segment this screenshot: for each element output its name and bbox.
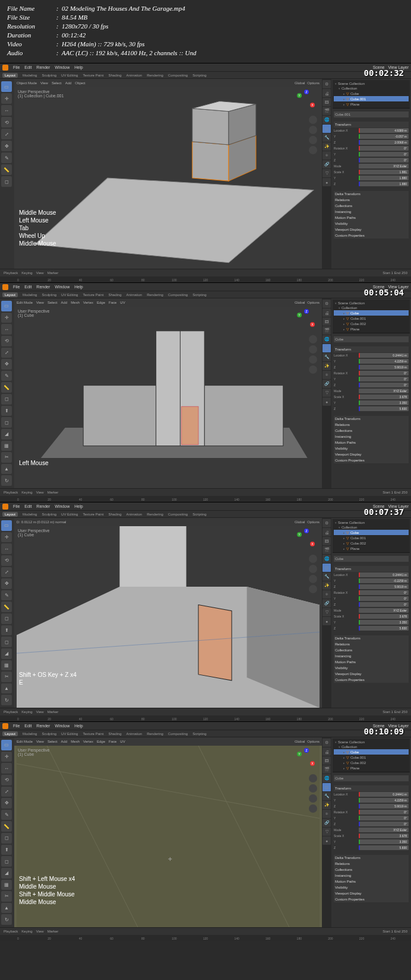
gizmo-y-icon[interactable]: Y [297, 313, 302, 317]
tool-extrude-icon[interactable]: ⬆ [1, 625, 12, 636]
constraint-tab-icon[interactable]: 🔗 [323, 380, 331, 388]
perspective-toggle-icon[interactable] [309, 585, 317, 593]
section-delta[interactable]: Delta Transform [334, 635, 409, 641]
rot-x-field[interactable]: 0° [359, 590, 409, 595]
scale-y-field[interactable]: 3.350 [359, 400, 409, 405]
particle-tab-icon[interactable]: ✨ [323, 801, 331, 809]
gizmo-x-icon[interactable]: X [310, 103, 315, 107]
section-custom[interactable]: Custom Properties [334, 457, 409, 463]
nav-gizmo[interactable]: X Y Z [293, 748, 317, 772]
scale-z-field[interactable]: 5.830 [359, 626, 409, 631]
tl-marker[interactable]: Marker [48, 491, 59, 494]
loc-x-field[interactable]: 0.24441 m [359, 792, 409, 797]
workspace-modeling[interactable]: Modeling [23, 732, 37, 736]
scale-y-field[interactable]: 3.350 [359, 620, 409, 625]
tool-measure-icon[interactable]: 📏 [1, 602, 12, 612]
workspace-compositing[interactable]: Compositing [168, 513, 188, 516]
outliner[interactable]: ▾Scene Collection ▾Collection ▸▽Cube ▸▽C… [333, 739, 410, 772]
tool-rotate-icon[interactable]: ⟲ [1, 775, 12, 785]
tl-start-field[interactable]: 1 [391, 710, 393, 714]
outliner-scene-collection[interactable]: ▾Scene Collection [334, 301, 409, 306]
tool-polybuild-icon[interactable]: ▲ [1, 903, 12, 914]
outliner-collection[interactable]: ▾Collection [334, 525, 409, 530]
world-tab-icon[interactable]: 🌐 [323, 116, 331, 124]
menu-edit[interactable]: Edit [24, 285, 31, 289]
workspace-rendering[interactable]: Rendering [147, 293, 163, 297]
tool-polybuild-icon[interactable]: ▲ [1, 464, 12, 475]
tool-scale-icon[interactable]: ⤢ [1, 129, 12, 139]
perspective-toggle-icon[interactable] [309, 365, 317, 374]
gizmo-z-icon[interactable]: Z [304, 90, 309, 94]
gizmo-x-icon[interactable]: X [310, 322, 315, 327]
tool-cursor-icon[interactable]: ✛ [1, 532, 12, 543]
outliner-item-plane[interactable]: ▸▽Plane [334, 326, 409, 332]
tl-keying[interactable]: Keying [21, 930, 32, 933]
tool-move-icon[interactable]: ↔ [1, 543, 12, 554]
rot-x-field[interactable]: 0° [359, 371, 409, 376]
vp-vertex-menu[interactable]: Vertex [83, 301, 93, 304]
tl-start-field[interactable]: 1 [391, 930, 393, 933]
zoom-icon[interactable] [309, 335, 317, 343]
section-instancing[interactable]: Instancing [334, 209, 409, 215]
constraint-tab-icon[interactable]: 🔗 [323, 599, 331, 607]
section-relations[interactable]: Relations [334, 641, 409, 647]
menu-window[interactable]: Window [55, 724, 69, 728]
tool-bevel-icon[interactable]: ◢ [1, 868, 12, 879]
zoom-icon[interactable] [309, 774, 317, 782]
nav-gizmo[interactable]: X Y Z [293, 529, 317, 552]
data-tab-icon[interactable]: ▽ [323, 608, 331, 616]
vp-face-menu[interactable]: Face [109, 301, 116, 304]
section-visibility[interactable]: Visibility [334, 221, 409, 227]
tool-select-box-icon[interactable]: ▭ [1, 520, 12, 531]
tl-end-field[interactable]: 250 [401, 710, 407, 714]
outliner[interactable]: ▾Scene Collection ▾Collection ▸▽Cube ▸▽C… [333, 300, 410, 333]
scale-y-field[interactable]: 3.350 [359, 839, 409, 844]
tl-keying[interactable]: Keying [21, 710, 32, 714]
tool-extrude-icon[interactable]: ⬆ [1, 406, 12, 416]
menu-help[interactable]: Help [74, 724, 83, 728]
workspace-modeling[interactable]: Modeling [23, 74, 37, 77]
world-tab-icon[interactable]: 🌐 [323, 774, 331, 782]
section-motionpaths[interactable]: Motion Paths [334, 879, 409, 884]
outliner-collection[interactable]: ▾Collection [334, 86, 409, 91]
menu-help[interactable]: Help [74, 285, 83, 289]
world-tab-icon[interactable]: 🌐 [323, 555, 331, 563]
tool-transform-icon[interactable]: ✥ [1, 578, 12, 589]
workspace-sculpting[interactable]: Sculpting [42, 293, 56, 297]
workspace-rendering[interactable]: Rendering [147, 74, 163, 77]
data-tab-icon[interactable]: ▽ [323, 828, 331, 836]
vp-select-menu[interactable]: Select [48, 740, 58, 743]
section-instancing[interactable]: Instancing [334, 653, 409, 659]
options-dropdown[interactable]: Options [307, 740, 320, 743]
section-motionpaths[interactable]: Motion Paths [334, 215, 409, 221]
orientation-dropdown[interactable]: Global [295, 301, 305, 304]
object-name-field[interactable]: Cube [334, 336, 409, 342]
outliner-item-plane[interactable]: ▸▽Plane [334, 101, 409, 107]
rot-mode-dropdown[interactable]: XYZ Euler [359, 608, 409, 613]
rot-z-field[interactable]: 0° [359, 383, 409, 387]
tool-knife-icon[interactable]: ✂ [1, 452, 12, 463]
camera-view-icon[interactable] [309, 136, 317, 144]
loc-z-field[interactable]: 5.9019 m [359, 584, 409, 589]
tool-inset-icon[interactable]: ◻ [1, 417, 12, 428]
particle-tab-icon[interactable]: ✨ [323, 142, 331, 151]
section-custom[interactable]: Custom Properties [334, 233, 409, 238]
scale-y-field[interactable]: 1.880 [359, 176, 409, 180]
workspace-texture[interactable]: Texture Paint [83, 74, 103, 77]
loc-x-field[interactable]: 4.9389 m [359, 128, 409, 133]
menu-window[interactable]: Window [55, 504, 69, 508]
section-visibility[interactable]: Visibility [334, 665, 409, 671]
tool-rotate-icon[interactable]: ⟲ [1, 117, 12, 128]
workspace-modeling[interactable]: Modeling [23, 293, 37, 297]
rot-z-field[interactable]: 0° [359, 602, 409, 607]
tl-view[interactable]: View [36, 271, 44, 275]
workspace-animation[interactable]: Animation [126, 74, 142, 77]
outliner-item-cube001[interactable]: ▸▽Cube.001 [334, 535, 409, 540]
tl-keying[interactable]: Keying [21, 491, 32, 494]
tool-extrude-icon[interactable]: ⬆ [1, 845, 12, 855]
menu-render[interactable]: Render [36, 724, 50, 728]
rot-y-field[interactable]: 0° [359, 152, 409, 157]
section-instancing[interactable]: Instancing [334, 434, 409, 440]
particle-tab-icon[interactable]: ✨ [323, 581, 331, 590]
mode-dropdown[interactable]: Edit Mode [17, 301, 33, 304]
